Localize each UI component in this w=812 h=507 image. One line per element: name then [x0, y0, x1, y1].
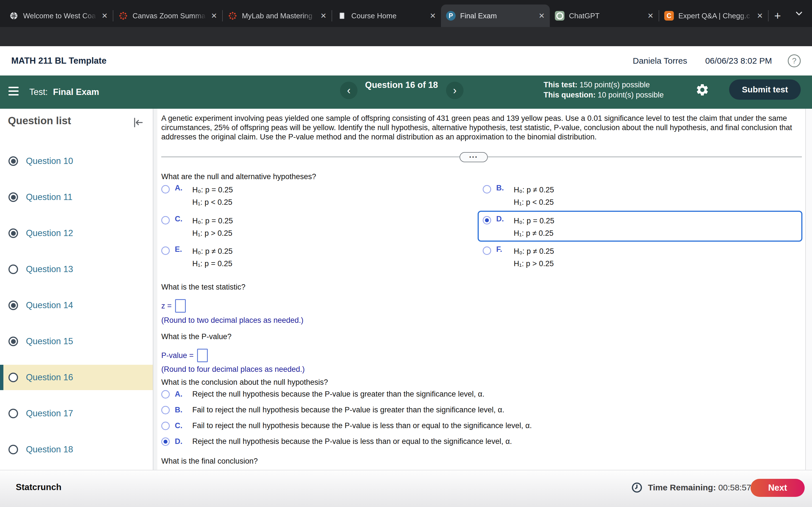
close-icon[interactable]: ✕ — [101, 11, 108, 20]
close-icon[interactable]: ✕ — [211, 11, 217, 20]
header-datetime: 06/06/23 8:02 PM — [705, 56, 772, 66]
player-footer: Statcrunch Time Remaining: 00:58:57 Next — [0, 470, 812, 507]
h1-formula: H₁: p < 0.25 — [514, 196, 554, 209]
close-icon[interactable]: ✕ — [539, 11, 545, 20]
h1-formula: H₁: p < 0.25 — [192, 196, 233, 209]
hypothesis-option-b[interactable]: B. H₀: p ≠ 0.25H₁: p < 0.25 — [483, 184, 554, 209]
radio-icon[interactable] — [161, 216, 170, 224]
close-icon[interactable]: ✕ — [320, 11, 326, 20]
points-question-label: This question: — [544, 91, 596, 99]
z-input[interactable] — [175, 299, 186, 313]
collapse-panel-icon[interactable] — [132, 116, 144, 130]
previous-question-button[interactable]: ‹ — [340, 82, 357, 99]
hypothesis-option-c[interactable]: C. H₀: p = 0.25H₁: p > 0.25 — [161, 215, 233, 239]
sidebar-item-question-11[interactable]: Question 11 — [0, 184, 153, 210]
radio-icon[interactable] — [161, 421, 170, 430]
time-remaining: Time Remaining: 00:58:57 — [648, 483, 751, 492]
hypothesis-option-a[interactable]: A. H₀: p = 0.25H₁: p < 0.25 — [161, 184, 233, 209]
sidebar-item-label: Question 16 — [26, 372, 73, 383]
sidebar-item-question-14[interactable]: Question 14 — [0, 293, 153, 318]
sidebar-item-question-16-current[interactable]: Question 16 — [0, 365, 153, 390]
pvalue-prompt: What is the P-value? — [161, 332, 232, 341]
next-button[interactable]: Next — [751, 479, 805, 497]
radio-icon[interactable] — [161, 185, 170, 193]
h0-formula: H₀: p = 0.25 — [514, 215, 554, 227]
sidebar-item-label: Question 17 — [26, 408, 73, 418]
menu-icon[interactable] — [8, 87, 18, 96]
sidebar-scrollbar[interactable] — [153, 109, 157, 470]
close-icon[interactable]: ✕ — [647, 11, 654, 20]
sidebar-item-question-18[interactable]: Question 18 — [0, 437, 153, 462]
conclusion-prompt: What is the conclusion about the null hy… — [161, 378, 328, 387]
h1-formula: H₁: p > 0.25 — [514, 258, 554, 270]
hypothesis-option-e[interactable]: E. H₀: p ≠ 0.25H₁: p = 0.25 — [161, 245, 233, 270]
settings-gear-icon[interactable] — [695, 83, 709, 97]
unanswered-radio-icon — [8, 373, 18, 382]
unanswered-radio-icon — [8, 445, 18, 454]
tab-final-exam-active[interactable]: P Final Exam ✕ — [441, 4, 550, 27]
close-icon[interactable]: ✕ — [757, 11, 763, 20]
sidebar-item-question-12[interactable]: Question 12 — [0, 221, 153, 246]
book-icon — [337, 11, 347, 20]
browser-window: Welcome to West Coa ✕ Canvas Zoom Summa … — [0, 0, 812, 507]
radio-icon[interactable] — [161, 406, 170, 414]
h0-formula: H₀: p ≠ 0.25 — [192, 245, 233, 258]
conclusion-option-b[interactable]: B. Fail to reject the null hypothesis be… — [161, 406, 504, 414]
answered-radio-icon — [8, 192, 18, 202]
z-answer-row: z = — [161, 299, 186, 313]
sidebar-item-question-17[interactable]: Question 17 — [0, 401, 153, 426]
points-test-label: This test: — [544, 80, 577, 89]
option-text: Reject the null hypothesis because the P… — [192, 437, 512, 446]
tab-canvas-zoom[interactable]: Canvas Zoom Summa ✕ — [113, 4, 222, 27]
radio-icon[interactable] — [161, 390, 170, 399]
student-name: Daniela Torres — [633, 56, 687, 66]
conclusion-option-c[interactable]: C. Fail to reject the null hypothesis be… — [161, 421, 532, 430]
tab-chegg[interactable]: C Expert Q&A | Chegg.c ✕ — [659, 4, 768, 27]
tab-title: ChatGPT — [569, 11, 643, 20]
pvalue-label: P-value = — [161, 351, 194, 360]
tab-title: Course Home — [351, 11, 425, 20]
test-name: Final Exam — [53, 87, 99, 97]
sidebar-item-question-15[interactable]: Question 15 — [0, 329, 153, 354]
option-letter: E. — [175, 245, 187, 254]
option-letter: A. — [175, 184, 187, 192]
pvalue-input[interactable] — [197, 349, 208, 362]
radio-checked-icon[interactable] — [483, 216, 491, 224]
close-icon[interactable]: ✕ — [430, 11, 436, 20]
tab-list-chevron-down-icon[interactable] — [794, 8, 804, 20]
h1-formula: H₁: p = 0.25 — [192, 258, 233, 270]
statcrunch-link[interactable]: Statcrunch — [16, 482, 61, 492]
round-two-note: (Round to two decimal places as needed.) — [161, 316, 303, 325]
sidebar-item-label: Question 11 — [26, 192, 72, 202]
tab-title: Final Exam — [460, 11, 534, 20]
hypothesis-option-f[interactable]: F. H₀: p ≠ 0.25H₁: p > 0.25 — [483, 245, 554, 270]
sidebar-item-label: Question 14 — [26, 300, 73, 311]
radio-checked-icon[interactable] — [161, 438, 170, 446]
sidebar-item-question-10[interactable]: Question 10 — [0, 149, 153, 174]
next-question-button[interactable]: › — [446, 82, 463, 99]
conclusion-option-a[interactable]: A. Reject the null hypothesis because th… — [161, 390, 485, 399]
radio-icon[interactable] — [483, 246, 491, 255]
chatgpt-icon — [555, 11, 564, 20]
divider-ellipsis-handle[interactable]: ••• — [460, 152, 488, 162]
help-icon[interactable]: ? — [788, 54, 801, 67]
browser-tab-bar: Welcome to West Coa ✕ Canvas Zoom Summa … — [0, 0, 812, 27]
sidebar-item-label: Question 15 — [26, 336, 73, 346]
submit-test-button[interactable]: Submit test — [729, 79, 801, 100]
hypothesis-option-d-selected[interactable]: D. H₀: p = 0.25H₁: p ≠ 0.25 — [483, 215, 554, 239]
h1-formula: H₁: p > 0.25 — [192, 227, 233, 239]
question-list-panel: Question list Question 10 Question 11 Qu… — [0, 109, 153, 470]
tab-mylab[interactable]: MyLab and Mastering ✕ — [223, 4, 332, 27]
tab-course-home[interactable]: Course Home ✕ — [332, 4, 441, 27]
conclusion-option-d-selected[interactable]: D. Reject the null hypothesis because th… — [161, 437, 512, 446]
tab-welcome[interactable]: Welcome to West Coa ✕ — [4, 4, 113, 27]
tab-chatgpt[interactable]: ChatGPT ✕ — [550, 4, 659, 27]
radio-icon[interactable] — [483, 185, 491, 193]
globe-icon — [9, 11, 18, 20]
radio-icon[interactable] — [161, 246, 170, 255]
content-scrollbar[interactable] — [805, 109, 812, 470]
new-tab-button[interactable]: + — [769, 4, 786, 27]
sidebar-item-question-13[interactable]: Question 13 — [0, 257, 153, 282]
pvalue-answer-row: P-value = — [161, 349, 208, 362]
answered-radio-icon — [8, 337, 18, 346]
